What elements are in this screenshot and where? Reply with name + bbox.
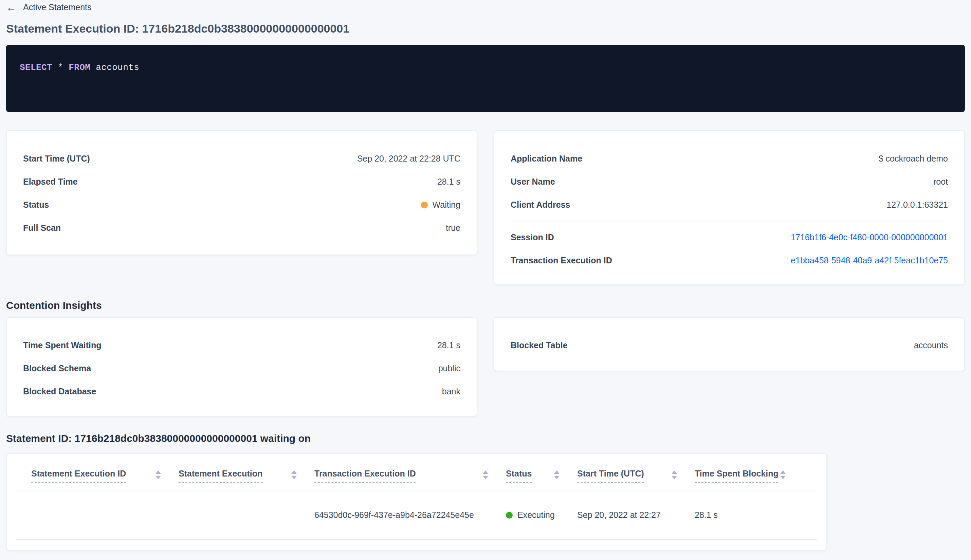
table-row-divider <box>16 539 817 540</box>
application-name-row: Application Name $ cockroach demo <box>511 147 948 170</box>
elapsed-time-row: Elapsed Time 28.1 s <box>23 170 460 193</box>
cell-transaction-execution-id: 64530d0c-969f-437e-a9b4-26a72245e45e <box>314 510 506 520</box>
blocked-schema-row: Blocked Schema public <box>23 357 460 380</box>
time-spent-waiting-value: 28.1 s <box>437 341 460 350</box>
blocked-database-label: Blocked Database <box>23 387 96 397</box>
start-time-value: Sep 20, 2022 at 22:28 UTC <box>357 154 460 163</box>
page-title: Statement Execution ID: 1716b218dc0b3838… <box>6 22 965 36</box>
transaction-execution-id-link[interactable]: e1bba458-5948-40a9-a42f-5feac1b10e75 <box>791 256 948 265</box>
user-name-label: User Name <box>511 177 555 187</box>
session-id-link[interactable]: 1716b1f6-4e0c-f480-0000-000000000001 <box>791 233 948 242</box>
start-time-label: Start Time (UTC) <box>23 154 90 163</box>
session-details-card: Application Name $ cockroach demo User N… <box>494 130 965 285</box>
sort-icon <box>155 470 161 479</box>
status-label: Status <box>23 200 49 210</box>
cell-time-spent-blocking: 28.1 s <box>695 510 803 520</box>
sort-icon <box>554 470 559 479</box>
blocked-table-label: Blocked Table <box>511 341 568 350</box>
breadcrumb: Active Statements <box>23 3 92 12</box>
waiting-on-heading: Statement ID: 1716b218dc0b38380000000000… <box>6 432 965 445</box>
contention-left-card: Time Spent Waiting 28.1 s Blocked Schema… <box>6 317 477 417</box>
time-spent-waiting-label: Time Spent Waiting <box>23 341 102 350</box>
sort-icon <box>672 470 677 479</box>
contention-right-card: Blocked Table accounts <box>494 317 965 371</box>
blocked-database-row: Blocked Database bank <box>23 380 460 403</box>
sort-icon <box>291 470 297 479</box>
sql-statement-box: SELECT * FROM accounts <box>6 45 965 112</box>
back-arrow-icon: ← <box>6 3 16 12</box>
client-address-row: Client Address 127.0.0.1:63321 <box>511 193 948 217</box>
status-value: Waiting <box>421 200 460 210</box>
status-row: Status Waiting <box>23 193 460 217</box>
table-row: 64530d0c-969f-437e-a9b4-26a72245e45e Exe… <box>7 492 826 539</box>
column-header-start-time[interactable]: Start Time (UTC) <box>577 469 695 483</box>
elapsed-time-value: 28.1 s <box>437 177 460 187</box>
user-name-row: User Name root <box>511 170 948 193</box>
client-address-label: Client Address <box>511 200 571 210</box>
sql-star: * <box>58 62 63 73</box>
column-header-transaction-execution-id[interactable]: Transaction Execution ID <box>314 469 506 483</box>
application-name-label: Application Name <box>511 154 582 163</box>
sql-identifier: accounts <box>96 62 139 73</box>
cell-start-time: Sep 20, 2022 at 22:27 <box>577 510 695 520</box>
transaction-execution-id-row: Transaction Execution ID e1bba458-5948-4… <box>511 249 948 272</box>
full-scan-value: true <box>446 223 460 233</box>
session-id-row: Session ID 1716b1f6-4e0c-f480-0000-00000… <box>511 226 948 249</box>
back-to-active-statements-link[interactable]: ← Active Statements <box>0 0 92 12</box>
column-header-statement-execution[interactable]: Statement Execution <box>179 469 314 483</box>
status-waiting-dot-icon <box>421 202 428 208</box>
column-header-time-spent-blocking[interactable]: Time Spent Blocking <box>695 469 803 483</box>
blocked-schema-value: public <box>438 364 460 373</box>
contention-insights-heading: Contention Insights <box>6 299 965 312</box>
sql-keyword: FROM <box>68 62 90 73</box>
sort-icon <box>780 470 786 479</box>
sort-icon <box>483 470 488 479</box>
start-time-row: Start Time (UTC) Sep 20, 2022 at 22:28 U… <box>23 147 460 170</box>
session-id-label: Session ID <box>511 233 554 242</box>
status-text: Executing <box>517 510 555 520</box>
column-header-status[interactable]: Status <box>506 469 577 483</box>
full-scan-row: Full Scan true <box>23 217 460 240</box>
status-executing-dot-icon <box>506 512 513 518</box>
client-address-value: 127.0.0.1:63321 <box>886 200 948 210</box>
waiting-on-table: Statement Execution ID Statement Executi… <box>6 453 827 550</box>
blocked-table-row: Blocked Table accounts <box>511 334 948 357</box>
full-scan-label: Full Scan <box>23 223 61 233</box>
sql-keyword: SELECT <box>20 62 52 73</box>
status-text: Waiting <box>432 200 460 210</box>
cell-status: Executing <box>506 510 577 520</box>
time-spent-waiting-row: Time Spent Waiting 28.1 s <box>23 334 460 357</box>
elapsed-time-label: Elapsed Time <box>23 177 78 187</box>
blocked-table-value: accounts <box>914 341 948 350</box>
blocked-schema-label: Blocked Schema <box>23 364 91 373</box>
user-name-value: root <box>933 177 948 187</box>
card-divider <box>511 221 948 221</box>
column-header-statement-execution-id[interactable]: Statement Execution ID <box>31 469 179 483</box>
application-name-value: $ cockroach demo <box>879 154 948 163</box>
blocked-database-value: bank <box>442 387 460 397</box>
execution-details-card: Start Time (UTC) Sep 20, 2022 at 22:28 U… <box>6 130 477 255</box>
transaction-execution-id-label: Transaction Execution ID <box>511 256 612 265</box>
table-header-row: Statement Execution ID Statement Executi… <box>7 469 826 483</box>
